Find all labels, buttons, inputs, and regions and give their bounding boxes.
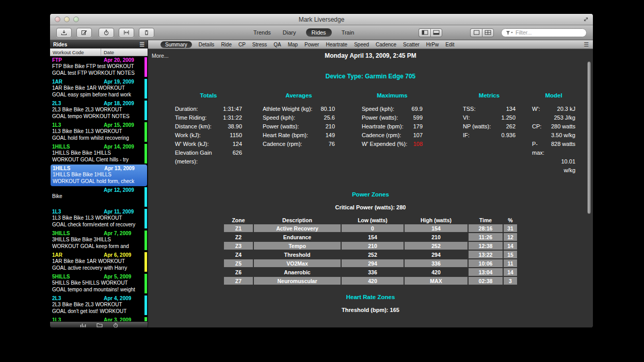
main-tab-diary[interactable]: Diary xyxy=(281,29,298,36)
ride-code: 1L3 xyxy=(52,317,104,321)
ride-list-item[interactable]: 1HILLSApr 14, 20091HILLS Bike Bike 1HILL… xyxy=(50,143,148,164)
folder-icon[interactable] xyxy=(96,323,103,327)
column-workout-code[interactable]: Workout Code xyxy=(50,48,101,56)
toggle-sidebar-button[interactable] xyxy=(418,28,430,37)
metric-row: 3.50 w/kg xyxy=(532,131,575,140)
zone-cell-zone: Z5 xyxy=(224,259,253,267)
ride-row-head: 1ARApr 6, 2009 xyxy=(52,252,142,258)
metric-label: TSS: xyxy=(463,105,475,113)
tab-qa[interactable]: QA xyxy=(273,42,281,47)
tab-edit[interactable]: Edit xyxy=(445,42,454,47)
metric-row: NP (watts):262 xyxy=(463,122,516,131)
column-date[interactable]: Date xyxy=(101,50,114,55)
metric-label: Work (kJ): xyxy=(175,131,201,140)
tab-details[interactable]: Details xyxy=(199,42,215,47)
tab-scatter[interactable]: Scatter xyxy=(403,42,420,47)
compose-icon xyxy=(81,29,87,36)
zoom-window-button[interactable] xyxy=(73,17,79,22)
zone-column-header: Zone xyxy=(224,217,253,223)
more-link[interactable]: More... xyxy=(152,53,169,59)
zone-column-header: Low (watts) xyxy=(342,217,404,223)
zone-cell-description: VO2Max xyxy=(254,259,341,267)
ride-date: Apr 4, 2009 xyxy=(104,295,131,302)
sidebar-menu-icon[interactable]: ☰ xyxy=(139,42,144,47)
filter-input[interactable] xyxy=(516,29,582,36)
metric-value: 179 xyxy=(413,122,423,131)
ride-list-item[interactable]: 1ARApr 6, 20091AR Bike Bike 1AR WORKOUTG… xyxy=(50,251,148,273)
summary-section-averages: AveragesAthlete Weight (kg):80.10Speed (… xyxy=(263,92,335,181)
ride-list-item[interactable]: 2L3Apr 4, 20092L3 Bike Bike 2L3 WORKOUTG… xyxy=(50,294,148,316)
tab-cadence[interactable]: Cadence xyxy=(376,42,396,47)
ride-code: 1L3 xyxy=(52,209,104,215)
zone-cell-pct: 11 xyxy=(504,259,517,267)
stopwatch-button[interactable] xyxy=(99,28,114,38)
ride-list-item[interactable]: 1HILLSApr 13, 20091HILLS Bike Bike 1HILL… xyxy=(51,164,147,186)
ride-list-item[interactable]: 1L3Apr 3, 2009 xyxy=(50,316,148,321)
metric-row: Cadence (rpm):76 xyxy=(263,140,335,149)
tiled-view-button[interactable] xyxy=(482,28,494,37)
zone-cell-high: 210 xyxy=(405,233,468,241)
power-zone-row: Z1Active Recovery015428:1631 xyxy=(224,224,517,232)
zone-cell-pct: 15 xyxy=(504,251,517,258)
metric-row: W' Expended (%):108 xyxy=(362,140,423,149)
zone-cell-zone: Z2 xyxy=(224,233,253,241)
intervals-button[interactable] xyxy=(119,28,134,38)
tab-summary[interactable]: Summary xyxy=(160,41,192,48)
ride-list-item[interactable]: FTPApr 20, 2009FTP Bike Bike FTP test WO… xyxy=(50,56,148,78)
ride-desc: Bike xyxy=(52,193,142,200)
tab-speed[interactable]: Speed xyxy=(354,42,369,47)
ride-row-head: 1L3Apr 15, 2009 xyxy=(52,122,142,128)
ride-date: Apr 14, 2009 xyxy=(104,144,134,150)
metric-label xyxy=(532,131,549,140)
ride-date: Apr 20, 2009 xyxy=(104,57,134,63)
delete-button[interactable] xyxy=(139,28,154,38)
toggle-lowbar-button[interactable] xyxy=(430,28,442,37)
minimize-window-button[interactable] xyxy=(64,17,70,22)
main-tab-trends[interactable]: Trends xyxy=(251,29,273,36)
metric-value: 0.936 xyxy=(501,131,516,140)
ride-list-item[interactable]: 1ARApr 19, 20091AR Bike Bike 1AR WORKOUT… xyxy=(50,78,148,100)
desktop: Mark Liversedge TrendsDiaryRidesTrain xyxy=(0,0,644,362)
zone-cell-pct: 3 xyxy=(504,277,517,285)
metric-row: Athlete Weight (kg):80.10 xyxy=(263,105,335,113)
ride-list-item[interactable]: 1L3Apr 11, 20091L3 Bike Bike 1L3 WORKOUT… xyxy=(50,208,148,229)
single-view-button[interactable] xyxy=(470,28,482,37)
tab-stress[interactable]: Stress xyxy=(252,42,267,47)
tab-power[interactable]: Power xyxy=(304,42,319,47)
ride-date: Apr 5, 2009 xyxy=(104,274,131,280)
metric-row: Cadence (rpm):107 xyxy=(362,131,423,140)
sidebar-header: Rides ☰ xyxy=(50,40,148,48)
power-zone-row: Z5VO2Max29433610:0611 xyxy=(224,259,517,267)
clock-icon[interactable] xyxy=(113,323,118,328)
main-scrollbar[interactable] xyxy=(587,61,591,214)
ride-code: 5HILLS xyxy=(52,274,104,280)
summary-section-totals: TotalsDuration:1:31:47Time Riding:1:31:2… xyxy=(175,92,242,181)
metric-row: Time Riding:1:31:22 xyxy=(175,113,242,122)
tab-hrpw[interactable]: HrPw xyxy=(426,42,439,47)
zone-cell-time: 28:16 xyxy=(469,224,503,232)
main-tab-rides[interactable]: Rides xyxy=(306,28,332,37)
ride-row-head: 2L3Apr 4, 2009 xyxy=(52,295,142,302)
save-button[interactable] xyxy=(56,28,72,38)
tab-ride[interactable]: Ride xyxy=(221,42,232,47)
tab-map[interactable]: Map xyxy=(288,42,298,47)
tab-heartrate[interactable]: Heartrate xyxy=(326,42,347,47)
expand-icon[interactable] xyxy=(583,17,589,22)
metric-value: 149 xyxy=(326,131,335,140)
metric-row: W':20.3 kJ xyxy=(532,105,575,113)
ride-list-item[interactable]: 3HILLSApr 7, 20093HILLS Bike Bike 3HILLS… xyxy=(50,229,148,251)
tab-cp[interactable]: CP xyxy=(238,42,246,47)
ride-list-item[interactable]: Apr 12, 2009Bike xyxy=(50,186,148,208)
close-window-button[interactable] xyxy=(55,17,60,22)
ride-list-item[interactable]: 1L3Apr 15, 20091L3 Bike Bike 1L3 WORKOUT… xyxy=(50,121,148,143)
ride-desc: GOAL check form/extent of recovery xyxy=(52,222,142,228)
ride-desc: GOAL easy spim before hard work xyxy=(52,92,142,98)
ride-list-item[interactable]: 5HILLSApr 5, 20095HILLS Bike 5HILLS WORK… xyxy=(50,273,148,294)
ride-desc: GOAL tempo and mountains! weight xyxy=(52,287,142,293)
edit-button[interactable] xyxy=(76,28,92,38)
ride-tabbar-menu-icon[interactable]: ☰ xyxy=(584,42,589,47)
zone-cell-time: 13:22 xyxy=(469,251,503,258)
main-tab-train[interactable]: Train xyxy=(340,29,357,36)
chart-icon[interactable] xyxy=(80,323,86,327)
ride-list-item[interactable]: 2L3Apr 18, 20092L3 Bike Bike 2L3 WORKOUT… xyxy=(50,100,148,121)
